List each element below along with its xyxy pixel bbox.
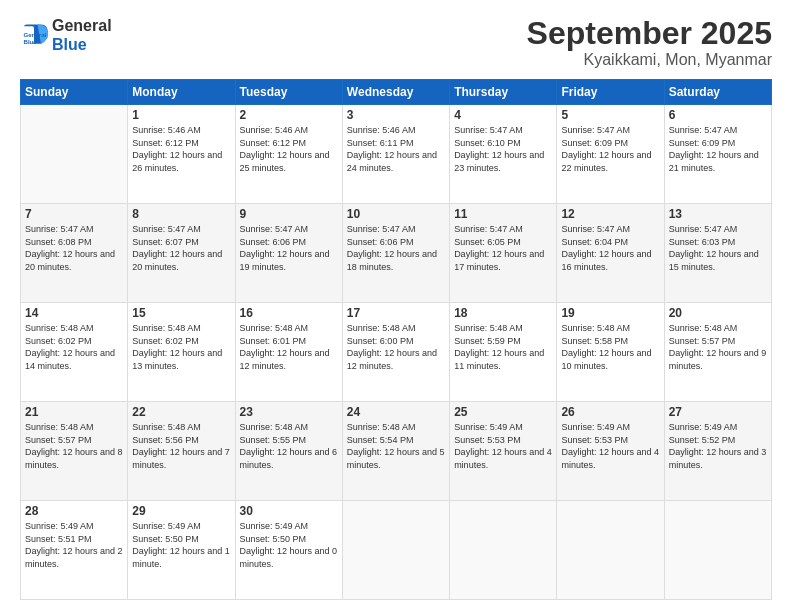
day-number: 17 (347, 306, 445, 320)
table-row: 12Sunrise: 5:47 AMSunset: 6:04 PMDayligh… (557, 204, 664, 303)
table-row: 20Sunrise: 5:48 AMSunset: 5:57 PMDayligh… (664, 303, 771, 402)
table-row: 5Sunrise: 5:47 AMSunset: 6:09 PMDaylight… (557, 105, 664, 204)
calendar-header-row: Sunday Monday Tuesday Wednesday Thursday… (21, 80, 772, 105)
day-number: 8 (132, 207, 230, 221)
title-block: September 2025 Kyaikkami, Mon, Myanmar (527, 16, 772, 69)
table-row: 14Sunrise: 5:48 AMSunset: 6:02 PMDayligh… (21, 303, 128, 402)
day-info: Sunrise: 5:48 AMSunset: 5:59 PMDaylight:… (454, 322, 552, 372)
table-row (664, 501, 771, 600)
calendar-week-row: 21Sunrise: 5:48 AMSunset: 5:57 PMDayligh… (21, 402, 772, 501)
table-row: 19Sunrise: 5:48 AMSunset: 5:58 PMDayligh… (557, 303, 664, 402)
day-info: Sunrise: 5:49 AMSunset: 5:52 PMDaylight:… (669, 421, 767, 471)
day-info: Sunrise: 5:46 AMSunset: 6:12 PMDaylight:… (132, 124, 230, 174)
day-number: 21 (25, 405, 123, 419)
day-info: Sunrise: 5:48 AMSunset: 5:57 PMDaylight:… (25, 421, 123, 471)
table-row: 16Sunrise: 5:48 AMSunset: 6:01 PMDayligh… (235, 303, 342, 402)
svg-text:Blue: Blue (24, 38, 38, 45)
day-info: Sunrise: 5:48 AMSunset: 6:01 PMDaylight:… (240, 322, 338, 372)
day-number: 13 (669, 207, 767, 221)
day-info: Sunrise: 5:48 AMSunset: 5:55 PMDaylight:… (240, 421, 338, 471)
table-row: 29Sunrise: 5:49 AMSunset: 5:50 PMDayligh… (128, 501, 235, 600)
day-number: 27 (669, 405, 767, 419)
calendar-title: September 2025 (527, 16, 772, 51)
table-row: 15Sunrise: 5:48 AMSunset: 6:02 PMDayligh… (128, 303, 235, 402)
day-number: 7 (25, 207, 123, 221)
header: General Blue General Blue September 2025… (20, 16, 772, 69)
day-number: 6 (669, 108, 767, 122)
day-info: Sunrise: 5:48 AMSunset: 6:02 PMDaylight:… (25, 322, 123, 372)
table-row: 10Sunrise: 5:47 AMSunset: 6:06 PMDayligh… (342, 204, 449, 303)
col-monday: Monday (128, 80, 235, 105)
day-info: Sunrise: 5:47 AMSunset: 6:04 PMDaylight:… (561, 223, 659, 273)
day-info: Sunrise: 5:48 AMSunset: 6:02 PMDaylight:… (132, 322, 230, 372)
calendar-subtitle: Kyaikkami, Mon, Myanmar (527, 51, 772, 69)
table-row: 18Sunrise: 5:48 AMSunset: 5:59 PMDayligh… (450, 303, 557, 402)
table-row: 13Sunrise: 5:47 AMSunset: 6:03 PMDayligh… (664, 204, 771, 303)
day-number: 2 (240, 108, 338, 122)
day-number: 22 (132, 405, 230, 419)
day-info: Sunrise: 5:47 AMSunset: 6:08 PMDaylight:… (25, 223, 123, 273)
table-row (557, 501, 664, 600)
calendar-week-row: 28Sunrise: 5:49 AMSunset: 5:51 PMDayligh… (21, 501, 772, 600)
day-number: 20 (669, 306, 767, 320)
day-info: Sunrise: 5:48 AMSunset: 5:57 PMDaylight:… (669, 322, 767, 372)
logo-text-line2: Blue (52, 35, 112, 54)
day-info: Sunrise: 5:48 AMSunset: 5:58 PMDaylight:… (561, 322, 659, 372)
table-row: 1Sunrise: 5:46 AMSunset: 6:12 PMDaylight… (128, 105, 235, 204)
table-row: 27Sunrise: 5:49 AMSunset: 5:52 PMDayligh… (664, 402, 771, 501)
table-row: 26Sunrise: 5:49 AMSunset: 5:53 PMDayligh… (557, 402, 664, 501)
logo: General Blue General Blue (20, 16, 112, 54)
col-wednesday: Wednesday (342, 80, 449, 105)
table-row: 22Sunrise: 5:48 AMSunset: 5:56 PMDayligh… (128, 402, 235, 501)
day-number: 15 (132, 306, 230, 320)
logo-text-line1: General (52, 16, 112, 35)
table-row: 30Sunrise: 5:49 AMSunset: 5:50 PMDayligh… (235, 501, 342, 600)
table-row: 24Sunrise: 5:48 AMSunset: 5:54 PMDayligh… (342, 402, 449, 501)
day-info: Sunrise: 5:49 AMSunset: 5:51 PMDaylight:… (25, 520, 123, 570)
table-row: 23Sunrise: 5:48 AMSunset: 5:55 PMDayligh… (235, 402, 342, 501)
day-number: 14 (25, 306, 123, 320)
day-info: Sunrise: 5:49 AMSunset: 5:53 PMDaylight:… (454, 421, 552, 471)
day-number: 9 (240, 207, 338, 221)
day-info: Sunrise: 5:49 AMSunset: 5:50 PMDaylight:… (240, 520, 338, 570)
calendar-table: Sunday Monday Tuesday Wednesday Thursday… (20, 79, 772, 600)
day-info: Sunrise: 5:48 AMSunset: 6:00 PMDaylight:… (347, 322, 445, 372)
day-number: 16 (240, 306, 338, 320)
table-row (450, 501, 557, 600)
page: General Blue General Blue September 2025… (0, 0, 792, 612)
table-row (342, 501, 449, 600)
table-row: 7Sunrise: 5:47 AMSunset: 6:08 PMDaylight… (21, 204, 128, 303)
col-friday: Friday (557, 80, 664, 105)
table-row: 2Sunrise: 5:46 AMSunset: 6:12 PMDaylight… (235, 105, 342, 204)
day-info: Sunrise: 5:47 AMSunset: 6:09 PMDaylight:… (561, 124, 659, 174)
day-info: Sunrise: 5:47 AMSunset: 6:09 PMDaylight:… (669, 124, 767, 174)
day-number: 19 (561, 306, 659, 320)
day-number: 30 (240, 504, 338, 518)
day-info: Sunrise: 5:47 AMSunset: 6:03 PMDaylight:… (669, 223, 767, 273)
day-number: 25 (454, 405, 552, 419)
day-number: 26 (561, 405, 659, 419)
table-row: 17Sunrise: 5:48 AMSunset: 6:00 PMDayligh… (342, 303, 449, 402)
day-number: 1 (132, 108, 230, 122)
day-number: 11 (454, 207, 552, 221)
day-info: Sunrise: 5:46 AMSunset: 6:12 PMDaylight:… (240, 124, 338, 174)
table-row: 6Sunrise: 5:47 AMSunset: 6:09 PMDaylight… (664, 105, 771, 204)
table-row: 4Sunrise: 5:47 AMSunset: 6:10 PMDaylight… (450, 105, 557, 204)
calendar-week-row: 14Sunrise: 5:48 AMSunset: 6:02 PMDayligh… (21, 303, 772, 402)
day-number: 18 (454, 306, 552, 320)
day-info: Sunrise: 5:47 AMSunset: 6:07 PMDaylight:… (132, 223, 230, 273)
col-sunday: Sunday (21, 80, 128, 105)
day-number: 3 (347, 108, 445, 122)
day-info: Sunrise: 5:49 AMSunset: 5:53 PMDaylight:… (561, 421, 659, 471)
table-row: 8Sunrise: 5:47 AMSunset: 6:07 PMDaylight… (128, 204, 235, 303)
calendar-week-row: 1Sunrise: 5:46 AMSunset: 6:12 PMDaylight… (21, 105, 772, 204)
svg-text:General: General (24, 31, 47, 38)
table-row: 9Sunrise: 5:47 AMSunset: 6:06 PMDaylight… (235, 204, 342, 303)
day-number: 5 (561, 108, 659, 122)
day-info: Sunrise: 5:47 AMSunset: 6:10 PMDaylight:… (454, 124, 552, 174)
day-info: Sunrise: 5:47 AMSunset: 6:06 PMDaylight:… (240, 223, 338, 273)
col-tuesday: Tuesday (235, 80, 342, 105)
day-number: 28 (25, 504, 123, 518)
day-number: 24 (347, 405, 445, 419)
day-number: 29 (132, 504, 230, 518)
